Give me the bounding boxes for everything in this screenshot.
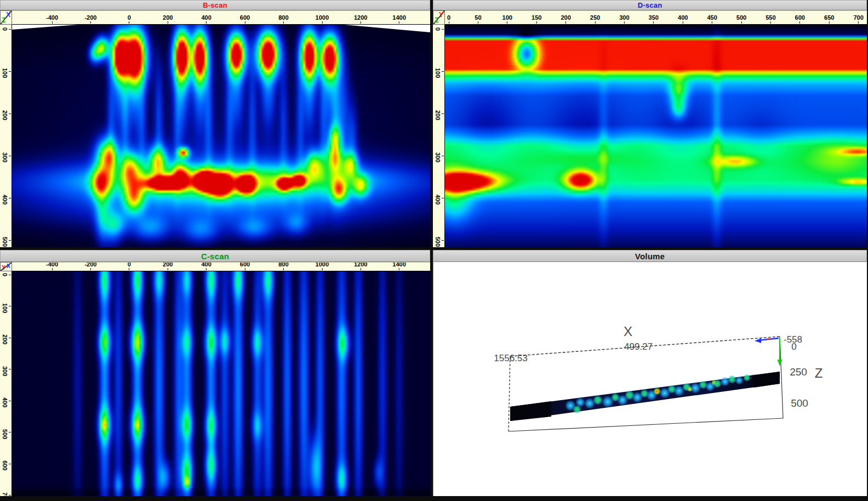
- axis-letter-x: X: [6, 12, 10, 18]
- tick-mark: [442, 71, 444, 72]
- tick-label: 200: [561, 14, 570, 21]
- volume-blob: [573, 405, 581, 414]
- ruler-tick: 200: [435, 110, 444, 117]
- tick-mark: [770, 21, 771, 24]
- bscan-heatmap[interactable]: [12, 25, 430, 247]
- dscan-vertical-ruler[interactable]: 0100200300400500: [433, 25, 445, 247]
- cscan-vertical-ruler[interactable]: 0100200300400500600700: [0, 271, 12, 496]
- tick-label: 500: [2, 237, 8, 243]
- ruler-tick: 1400: [392, 262, 406, 270]
- bscan-horizontal-ruler[interactable]: -400-2000200400600800100012001400: [12, 10, 430, 25]
- tick-mark: [9, 156, 11, 156]
- tick-mark: [442, 29, 444, 30]
- tick-label: 600: [240, 14, 250, 21]
- ruler-tick: 400: [2, 397, 11, 404]
- volume-3d-view[interactable]: 499.27 1556.53 X -558 0 250: [433, 262, 867, 496]
- tick-mark: [168, 268, 168, 270]
- ruler-tick: 200: [561, 14, 570, 24]
- tick-mark: [9, 338, 11, 338]
- ruler-tick: 400: [201, 14, 211, 24]
- tick-label: 1200: [354, 14, 367, 21]
- axis-letter-y: Y: [2, 265, 5, 270]
- tick-label: 0: [435, 26, 441, 32]
- tick-label: 100: [2, 68, 8, 75]
- tick-mark: [322, 268, 322, 270]
- bscan-axis-corner[interactable]: X Z: [0, 10, 12, 25]
- dscan-horizontal-ruler[interactable]: 0501001502002503003504004505005506006507…: [445, 10, 867, 25]
- tick-label: -400: [46, 262, 58, 267]
- tick-label: 50: [475, 14, 481, 21]
- cscan-axis-corner[interactable]: X Y: [0, 262, 12, 271]
- tick-mark: [9, 369, 11, 369]
- bscan-vertical-ruler[interactable]: 0100200300400500: [0, 25, 12, 247]
- tick-mark: [9, 401, 11, 401]
- tick-label: 400: [678, 14, 688, 21]
- ruler-tick: 400: [201, 262, 211, 270]
- ruler-tick: 800: [278, 14, 288, 24]
- tick-label: 500: [435, 237, 441, 243]
- volume-blob: [593, 395, 603, 405]
- tick-label: -200: [84, 14, 96, 21]
- tick-label: 150: [532, 14, 541, 21]
- axis-letter-y: Y: [439, 12, 443, 18]
- tick-mark: [283, 268, 284, 270]
- volume-blob: [743, 374, 751, 382]
- tick-label: 650: [824, 14, 834, 21]
- tick-label: 600: [795, 14, 805, 21]
- axis-letter-z: Z: [2, 17, 5, 24]
- dscan-heatmap[interactable]: [445, 25, 867, 247]
- horizontal-splitter[interactable]: [0, 247, 868, 250]
- tick-mark: [9, 71, 11, 72]
- ruler-tick: 150: [532, 14, 541, 24]
- ruler-tick: 700: [853, 14, 863, 24]
- tick-label: 800: [278, 262, 288, 267]
- dscan-axis-corner[interactable]: Y Z: [433, 10, 445, 25]
- tick-mark: [9, 495, 11, 496]
- ruler-tick: 200: [2, 110, 11, 117]
- tick-mark: [9, 432, 11, 432]
- tick-mark: [442, 113, 444, 114]
- dscan-titlebar: D-scan: [433, 0, 867, 10]
- tick-mark: [712, 21, 712, 24]
- ruler-tick: 400: [435, 195, 444, 201]
- volume-x-axis-arrow: [755, 338, 779, 343]
- cscan-horizontal-ruler[interactable]: -400-2000200400600800100012001400: [12, 262, 430, 271]
- ruler-tick: -200: [84, 14, 96, 24]
- tick-label: 0: [2, 271, 8, 278]
- dscan-title: D-scan: [638, 1, 663, 9]
- tick-label: 1000: [316, 262, 329, 267]
- tick-mark: [624, 21, 625, 24]
- tick-label: 100: [435, 68, 441, 75]
- tick-label: 0: [128, 262, 131, 267]
- ruler-tick: 1200: [354, 14, 367, 24]
- ruler-tick: 350: [649, 14, 659, 24]
- tick-mark: [507, 21, 507, 24]
- tick-label: 550: [766, 14, 775, 21]
- ruler-tick: 50: [475, 14, 481, 24]
- tick-label: 0: [447, 14, 450, 21]
- cscan-heatmap[interactable]: [12, 271, 430, 496]
- bscan-title: B-scan: [203, 1, 227, 9]
- ruler-tick: 0: [128, 14, 131, 24]
- volume-title: Volume: [635, 252, 665, 261]
- ruler-tick: 0: [435, 26, 444, 32]
- volume-blob: [735, 376, 744, 385]
- ruler-tick: 0: [128, 262, 131, 270]
- tick-mark: [399, 21, 399, 24]
- tick-mark: [206, 21, 207, 24]
- tick-label: 350: [649, 14, 659, 21]
- tick-mark: [244, 268, 245, 270]
- tick-label: -400: [46, 14, 58, 21]
- tick-label: 1000: [316, 14, 329, 21]
- tick-label: -200: [84, 262, 96, 267]
- ruler-tick: 500: [2, 429, 11, 436]
- ruler-tick: 400: [2, 195, 11, 201]
- volume-box-left-edge: [509, 356, 510, 431]
- ruler-tick: -400: [46, 262, 58, 270]
- tick-label: 300: [619, 14, 629, 21]
- ruler-tick: 800: [278, 262, 288, 270]
- ruler-tick: 250: [590, 14, 600, 24]
- tick-label: 1400: [392, 262, 406, 267]
- tick-mark: [566, 21, 566, 24]
- tick-mark: [90, 268, 91, 270]
